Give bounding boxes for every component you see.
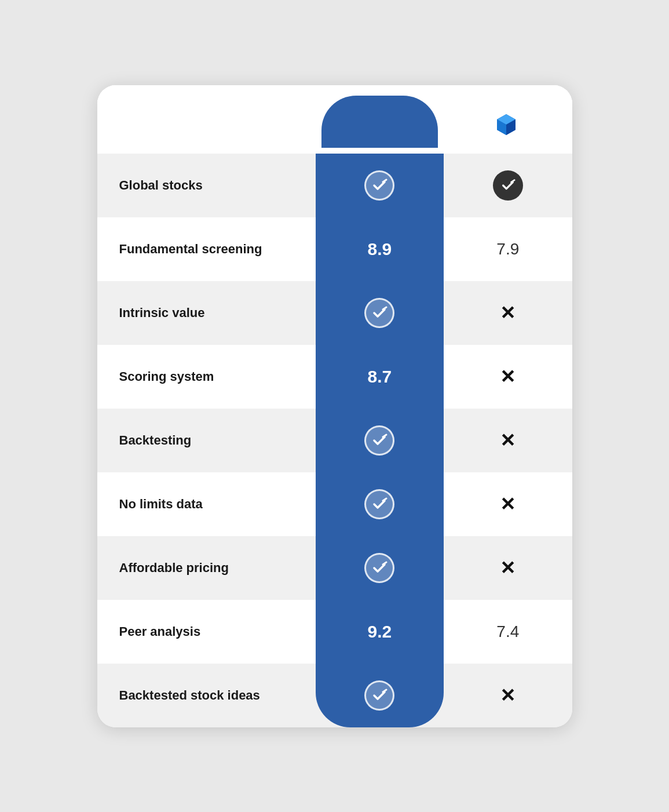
- tykr-score: 7.4: [496, 622, 519, 640]
- valuesense-score: 9.2: [368, 622, 392, 642]
- valuesense-cell: [316, 664, 444, 727]
- feature-cell: No limits data: [97, 472, 316, 536]
- tykr-cell: [444, 154, 572, 217]
- valuesense-score: 8.7: [368, 367, 392, 387]
- tykr-logo-container: [449, 112, 566, 137]
- feature-cell: Peer analysis: [97, 600, 316, 664]
- valuesense-check-icon: [364, 680, 394, 711]
- tykr-cell: ✕: [444, 409, 572, 472]
- tykr-cross-icon: ✕: [500, 302, 516, 324]
- tykr-cross-icon: ✕: [500, 366, 516, 388]
- svg-line-5: [511, 180, 514, 182]
- valuesense-cell: [316, 536, 444, 600]
- tykr-cross-icon: ✕: [500, 429, 516, 451]
- valuesense-header: [316, 85, 444, 154]
- valuesense-check-icon: [364, 489, 394, 519]
- table-row: Backtesting ✕: [97, 409, 572, 472]
- feature-cell: Intrinsic value: [97, 281, 316, 345]
- svg-line-6: [383, 307, 386, 309]
- comparison-table: Global stocks Fundamental screening8.97.…: [97, 85, 572, 727]
- tykr-check-icon: [493, 170, 523, 201]
- table-row: Backtested stock ideas ✕: [97, 664, 572, 727]
- valuesense-check-icon: [364, 553, 394, 583]
- svg-line-7: [383, 435, 386, 437]
- tykr-cell: ✕: [444, 536, 572, 600]
- tykr-cell: ✕: [444, 664, 572, 727]
- tykr-cell: ✕: [444, 281, 572, 345]
- comparison-table-wrapper: Global stocks Fundamental screening8.97.…: [97, 85, 572, 727]
- feature-cell: Fundamental screening: [97, 217, 316, 281]
- svg-line-10: [383, 690, 386, 692]
- feature-cell: Global stocks: [97, 154, 316, 217]
- tykr-cross-icon: ✕: [500, 557, 516, 579]
- table-row: Fundamental screening8.97.9: [97, 217, 572, 281]
- tykr-cross-icon: ✕: [500, 493, 516, 515]
- valuesense-cell: [316, 409, 444, 472]
- table-row: No limits data ✕: [97, 472, 572, 536]
- tykr-cube-icon: [493, 112, 519, 137]
- table-row: Peer analysis9.27.4: [97, 600, 572, 664]
- feature-cell: Affordable pricing: [97, 536, 316, 600]
- feature-cell: Backtested stock ideas: [97, 664, 316, 727]
- table-row: Global stocks: [97, 154, 572, 217]
- valuesense-cell: 8.9: [316, 217, 444, 281]
- feature-cell: Backtesting: [97, 409, 316, 472]
- svg-line-8: [383, 498, 386, 501]
- feature-header: [97, 85, 316, 154]
- tykr-cell: 7.9: [444, 217, 572, 281]
- valuesense-check-icon: [364, 298, 394, 328]
- feature-cell: Scoring system: [97, 345, 316, 409]
- valuesense-check-icon: [364, 170, 394, 201]
- tykr-cell: ✕: [444, 472, 572, 536]
- valuesense-check-icon: [364, 425, 394, 456]
- svg-line-9: [383, 562, 386, 565]
- tykr-cross-icon: ✕: [500, 684, 516, 707]
- valuesense-cell: [316, 154, 444, 217]
- valuesense-cell: 8.7: [316, 345, 444, 409]
- valuesense-score: 8.9: [368, 239, 392, 259]
- comparison-card: Global stocks Fundamental screening8.97.…: [97, 85, 572, 727]
- svg-line-4: [383, 180, 386, 182]
- tykr-cell: 7.4: [444, 600, 572, 664]
- valuesense-cell: [316, 472, 444, 536]
- table-row: Intrinsic value ✕: [97, 281, 572, 345]
- valuesense-cell: 9.2: [316, 600, 444, 664]
- tykr-score: 7.9: [496, 240, 519, 258]
- table-row: Scoring system8.7✕: [97, 345, 572, 409]
- tykr-header: [444, 85, 572, 154]
- tykr-cell: ✕: [444, 345, 572, 409]
- valuesense-cell: [316, 281, 444, 345]
- table-row: Affordable pricing ✕: [97, 536, 572, 600]
